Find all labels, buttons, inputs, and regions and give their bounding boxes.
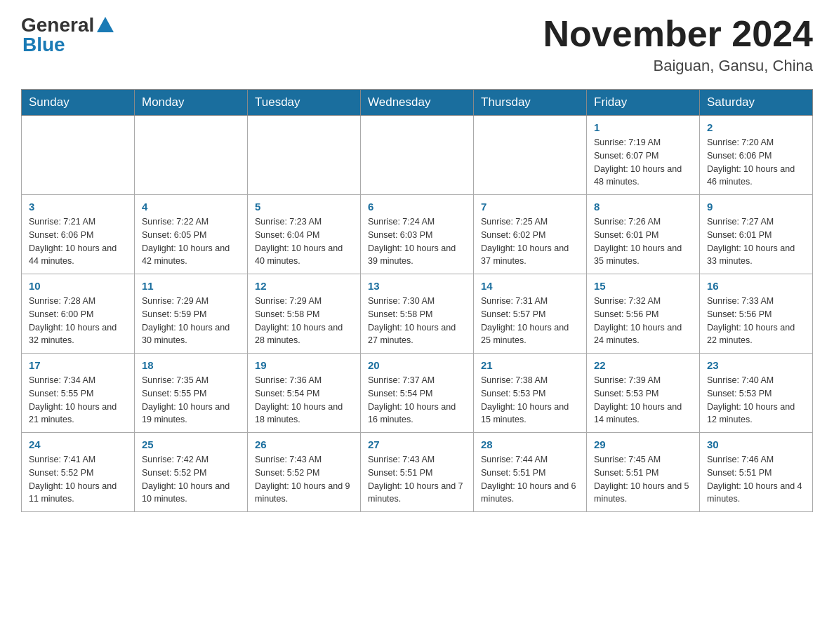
calendar-day-cell: 23Sunrise: 7:40 AMSunset: 5:53 PMDayligh… [700, 354, 813, 433]
day-number: 16 [707, 280, 805, 292]
day-info: Sunrise: 7:45 AMSunset: 5:51 PMDaylight:… [594, 453, 692, 506]
day-number: 21 [481, 359, 579, 371]
calendar-week-row: 3Sunrise: 7:21 AMSunset: 6:06 PMDaylight… [22, 195, 813, 274]
day-info: Sunrise: 7:43 AMSunset: 5:51 PMDaylight:… [368, 453, 466, 506]
calendar-day-cell [135, 116, 248, 195]
calendar-day-cell: 9Sunrise: 7:27 AMSunset: 6:01 PMDaylight… [700, 195, 813, 274]
day-info: Sunrise: 7:43 AMSunset: 5:52 PMDaylight:… [255, 453, 353, 506]
day-number: 2 [707, 121, 805, 133]
day-number: 13 [368, 280, 466, 292]
location-title: Baiguan, Gansu, China [543, 57, 813, 75]
day-number: 29 [594, 438, 692, 450]
weekday-header-friday: Friday [587, 90, 700, 116]
day-info: Sunrise: 7:26 AMSunset: 6:01 PMDaylight:… [594, 215, 692, 268]
day-number: 18 [142, 359, 240, 371]
day-number: 24 [29, 438, 127, 450]
calendar-day-cell: 13Sunrise: 7:30 AMSunset: 5:58 PMDayligh… [361, 274, 474, 354]
calendar-day-cell: 4Sunrise: 7:22 AMSunset: 6:05 PMDaylight… [135, 195, 248, 274]
calendar-day-cell: 17Sunrise: 7:34 AMSunset: 5:55 PMDayligh… [22, 354, 135, 433]
day-number: 8 [594, 201, 692, 213]
calendar-week-row: 24Sunrise: 7:41 AMSunset: 5:52 PMDayligh… [22, 433, 813, 512]
day-info: Sunrise: 7:41 AMSunset: 5:52 PMDaylight:… [29, 453, 127, 506]
day-number: 23 [707, 359, 805, 371]
day-info: Sunrise: 7:30 AMSunset: 5:58 PMDaylight:… [368, 295, 466, 347]
calendar-day-cell [361, 116, 474, 195]
day-number: 5 [255, 201, 353, 213]
calendar-day-cell: 5Sunrise: 7:23 AMSunset: 6:04 PMDaylight… [248, 195, 361, 274]
calendar-day-cell: 10Sunrise: 7:28 AMSunset: 6:00 PMDayligh… [22, 274, 135, 354]
calendar-day-cell: 15Sunrise: 7:32 AMSunset: 5:56 PMDayligh… [587, 274, 700, 354]
calendar-day-cell: 30Sunrise: 7:46 AMSunset: 5:51 PMDayligh… [700, 433, 813, 512]
calendar-week-row: 17Sunrise: 7:34 AMSunset: 5:55 PMDayligh… [22, 354, 813, 433]
calendar-day-cell [474, 116, 587, 195]
day-info: Sunrise: 7:22 AMSunset: 6:05 PMDaylight:… [142, 215, 240, 268]
calendar-day-cell: 2Sunrise: 7:20 AMSunset: 6:06 PMDaylight… [700, 116, 813, 195]
calendar-day-cell: 24Sunrise: 7:41 AMSunset: 5:52 PMDayligh… [22, 433, 135, 512]
day-info: Sunrise: 7:33 AMSunset: 5:56 PMDaylight:… [707, 295, 805, 347]
calendar-day-cell: 18Sunrise: 7:35 AMSunset: 5:55 PMDayligh… [135, 354, 248, 433]
day-number: 3 [29, 201, 127, 213]
page-header: General Blue November 2024 Baiguan, Gans… [21, 14, 813, 75]
calendar-day-cell: 28Sunrise: 7:44 AMSunset: 5:51 PMDayligh… [474, 433, 587, 512]
calendar-day-cell: 21Sunrise: 7:38 AMSunset: 5:53 PMDayligh… [474, 354, 587, 433]
calendar-day-cell: 8Sunrise: 7:26 AMSunset: 6:01 PMDaylight… [587, 195, 700, 274]
day-info: Sunrise: 7:27 AMSunset: 6:01 PMDaylight:… [707, 215, 805, 268]
day-number: 25 [142, 438, 240, 450]
weekday-header-thursday: Thursday [474, 90, 587, 116]
month-title: November 2024 [543, 14, 813, 54]
day-info: Sunrise: 7:20 AMSunset: 6:06 PMDaylight:… [707, 136, 805, 189]
calendar-day-cell: 6Sunrise: 7:24 AMSunset: 6:03 PMDaylight… [361, 195, 474, 274]
day-number: 1 [594, 121, 692, 133]
day-number: 6 [368, 201, 466, 213]
day-info: Sunrise: 7:21 AMSunset: 6:06 PMDaylight:… [29, 215, 127, 268]
day-info: Sunrise: 7:44 AMSunset: 5:51 PMDaylight:… [481, 453, 579, 506]
calendar-week-row: 10Sunrise: 7:28 AMSunset: 6:00 PMDayligh… [22, 274, 813, 354]
calendar-day-cell: 29Sunrise: 7:45 AMSunset: 5:51 PMDayligh… [587, 433, 700, 512]
calendar-day-cell: 20Sunrise: 7:37 AMSunset: 5:54 PMDayligh… [361, 354, 474, 433]
day-info: Sunrise: 7:19 AMSunset: 6:07 PMDaylight:… [594, 136, 692, 189]
weekday-header-wednesday: Wednesday [361, 90, 474, 116]
day-number: 28 [481, 438, 579, 450]
day-number: 15 [594, 280, 692, 292]
title-section: November 2024 Baiguan, Gansu, China [543, 14, 813, 75]
day-info: Sunrise: 7:23 AMSunset: 6:04 PMDaylight:… [255, 215, 353, 268]
calendar-day-cell: 11Sunrise: 7:29 AMSunset: 5:59 PMDayligh… [135, 274, 248, 354]
day-info: Sunrise: 7:35 AMSunset: 5:55 PMDaylight:… [142, 374, 240, 427]
calendar-day-cell: 7Sunrise: 7:25 AMSunset: 6:02 PMDaylight… [474, 195, 587, 274]
day-number: 4 [142, 201, 240, 213]
day-info: Sunrise: 7:46 AMSunset: 5:51 PMDaylight:… [707, 453, 805, 506]
calendar-day-cell: 26Sunrise: 7:43 AMSunset: 5:52 PMDayligh… [248, 433, 361, 512]
calendar-week-row: 1Sunrise: 7:19 AMSunset: 6:07 PMDaylight… [22, 116, 813, 195]
weekday-header-monday: Monday [135, 90, 248, 116]
calendar-table: SundayMondayTuesdayWednesdayThursdayFrid… [21, 89, 813, 512]
day-info: Sunrise: 7:29 AMSunset: 5:58 PMDaylight:… [255, 295, 353, 347]
calendar-day-cell: 12Sunrise: 7:29 AMSunset: 5:58 PMDayligh… [248, 274, 361, 354]
day-info: Sunrise: 7:29 AMSunset: 5:59 PMDaylight:… [142, 295, 240, 347]
logo: General Blue [21, 14, 114, 56]
calendar-day-cell [248, 116, 361, 195]
day-number: 19 [255, 359, 353, 371]
day-info: Sunrise: 7:32 AMSunset: 5:56 PMDaylight:… [594, 295, 692, 347]
day-info: Sunrise: 7:36 AMSunset: 5:54 PMDaylight:… [255, 374, 353, 427]
logo-triangle-icon [97, 17, 114, 32]
day-info: Sunrise: 7:37 AMSunset: 5:54 PMDaylight:… [368, 374, 466, 427]
day-number: 27 [368, 438, 466, 450]
day-number: 9 [707, 201, 805, 213]
day-number: 26 [255, 438, 353, 450]
day-number: 12 [255, 280, 353, 292]
calendar-day-cell: 3Sunrise: 7:21 AMSunset: 6:06 PMDaylight… [22, 195, 135, 274]
day-number: 14 [481, 280, 579, 292]
day-info: Sunrise: 7:31 AMSunset: 5:57 PMDaylight:… [481, 295, 579, 347]
day-info: Sunrise: 7:38 AMSunset: 5:53 PMDaylight:… [481, 374, 579, 427]
calendar-day-cell: 27Sunrise: 7:43 AMSunset: 5:51 PMDayligh… [361, 433, 474, 512]
weekday-header-sunday: Sunday [22, 90, 135, 116]
day-number: 11 [142, 280, 240, 292]
calendar-day-cell: 1Sunrise: 7:19 AMSunset: 6:07 PMDaylight… [587, 116, 700, 195]
day-number: 20 [368, 359, 466, 371]
day-info: Sunrise: 7:40 AMSunset: 5:53 PMDaylight:… [707, 374, 805, 427]
day-number: 30 [707, 438, 805, 450]
day-info: Sunrise: 7:42 AMSunset: 5:52 PMDaylight:… [142, 453, 240, 506]
calendar-day-cell [22, 116, 135, 195]
calendar-day-cell: 22Sunrise: 7:39 AMSunset: 5:53 PMDayligh… [587, 354, 700, 433]
calendar-day-cell: 25Sunrise: 7:42 AMSunset: 5:52 PMDayligh… [135, 433, 248, 512]
